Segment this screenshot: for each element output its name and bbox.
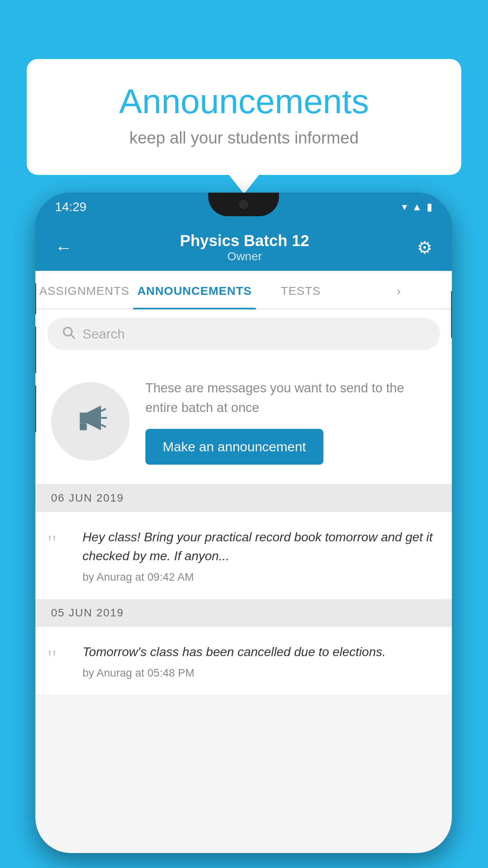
search-bar[interactable]: Search (47, 318, 440, 350)
status-bar: 14:29 ▾ ▲ ▮ (35, 193, 452, 221)
announcement-prompt: These are messages you want to send to t… (35, 359, 452, 485)
app-header: ← Physics Batch 12 Owner ⚙ (35, 221, 452, 271)
announcement-meta-2: by Anurag at 05:48 PM (83, 667, 436, 679)
tab-assignments[interactable]: ASSIGNMENTS (35, 271, 133, 309)
settings-button[interactable]: ⚙ (417, 237, 432, 257)
date-separator-1: 06 JUN 2019 (35, 485, 452, 512)
notch (208, 193, 279, 216)
announcement-text-2: Tomorrow's class has been cancelled due … (83, 642, 436, 661)
phone-volume-down-button (35, 385, 36, 432)
tabs-bar: ASSIGNMENTS ANNOUNCEMENTS TESTS › (35, 271, 452, 309)
content-area: Search (35, 309, 452, 853)
announcement-right: These are messages you want to send to t… (145, 378, 436, 465)
svg-line-1 (71, 335, 74, 338)
announcement-item-2[interactable]: " Tomorrow's class has been cancelled du… (35, 627, 452, 695)
quote-icon-1: " (47, 531, 71, 555)
search-container: Search (35, 309, 452, 359)
camera-dot (239, 200, 248, 209)
batch-role: Owner (180, 250, 309, 263)
speech-title: Announcements (58, 83, 430, 121)
status-icons: ▾ ▲ ▮ (402, 201, 432, 213)
svg-line-7 (102, 425, 105, 427)
status-time: 14:29 (55, 200, 86, 214)
quote-icon-2: " (47, 646, 71, 670)
svg-rect-4 (80, 423, 87, 430)
date-separator-2: 05 JUN 2019 (35, 600, 452, 627)
svg-marker-3 (87, 405, 101, 430)
announcement-text-1: Hey class! Bring your practical record b… (83, 528, 436, 565)
announcement-description: These are messages you want to send to t… (145, 378, 436, 417)
phone-frame: 14:29 ▾ ▲ ▮ ← Physics Batch 12 Owner ⚙ A… (35, 193, 452, 853)
tab-announcements[interactable]: ANNOUNCEMENTS (133, 271, 255, 309)
announcement-icon-circle (51, 382, 130, 461)
announcement-item-1[interactable]: " Hey class! Bring your practical record… (35, 512, 452, 600)
speech-bubble: Announcements keep all your students inf… (27, 59, 461, 175)
svg-line-5 (102, 409, 105, 411)
back-button[interactable]: ← (55, 238, 72, 257)
tab-tests[interactable]: TESTS (256, 271, 346, 309)
megaphone-icon (73, 400, 108, 443)
signal-icon: ▲ (412, 201, 422, 213)
announcement-meta-1: by Anurag at 09:42 AM (83, 571, 436, 583)
batch-name-title: Physics Batch 12 (180, 232, 309, 250)
battery-icon: ▮ (427, 201, 432, 213)
announcement-content-1: Hey class! Bring your practical record b… (83, 528, 436, 583)
phone-volume-up-button (35, 326, 36, 373)
svg-marker-2 (80, 412, 87, 423)
wifi-icon: ▾ (402, 201, 407, 213)
tab-more[interactable]: › (346, 271, 452, 309)
make-announcement-button[interactable]: Make an announcement (145, 429, 323, 465)
search-placeholder: Search (83, 326, 125, 342)
header-title-block: Physics Batch 12 Owner (180, 232, 309, 263)
search-icon (61, 325, 75, 343)
announcement-content-2: Tomorrow's class has been cancelled due … (83, 642, 436, 679)
speech-subtitle: keep all your students informed (58, 129, 430, 147)
